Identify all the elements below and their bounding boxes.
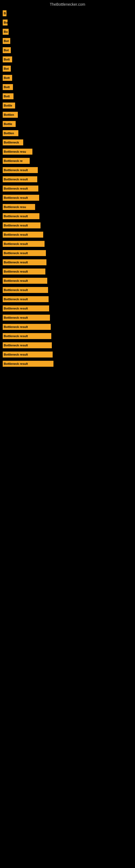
bar-row: B — [3, 10, 132, 16]
bar-row: Bottleneck result — [3, 250, 132, 256]
bar-row: Bottleneck result — [3, 305, 132, 311]
bar-item: Bottleneck resu — [3, 149, 32, 155]
bar-row: Bottleneck result — [3, 296, 132, 302]
bar-row: Bottleneck result — [3, 231, 132, 238]
bar-row: Bottleneck result — [3, 342, 132, 348]
bars-container: BBoBoBotBotBottBotBottBottBottBottleBott… — [0, 8, 135, 375]
bar-row: Bottleneck result — [3, 167, 132, 173]
bar-row: Bottleneck result — [3, 241, 132, 247]
bar-row: Bottle — [3, 102, 132, 108]
bar-row: Bot — [3, 47, 132, 53]
bar-row: Bottleneck result — [3, 315, 132, 321]
bar-item: Bottleneck result — [3, 167, 38, 173]
bar-row: Bottleneck — [3, 140, 132, 145]
bar-item: Bo — [3, 29, 9, 35]
bar-row: Bottleneck resu — [3, 149, 132, 155]
bar-item: Bott — [3, 56, 12, 62]
bar-item: Bottleneck result — [3, 361, 53, 367]
bar-item: Bot — [3, 66, 11, 72]
bar-item: Bottleneck result — [3, 176, 37, 182]
bar-row: Bottlen — [3, 130, 132, 136]
bar-row: Bo — [3, 29, 132, 35]
bar-row: Bo — [3, 20, 132, 26]
site-title: TheBottlenecker.com — [0, 0, 135, 8]
bar-item: Bottleneck result — [3, 222, 41, 228]
bar-item: Bott — [3, 93, 13, 99]
bar-row: Bottleneck result — [3, 222, 132, 228]
bar-item: Bottleneck result — [3, 269, 45, 275]
bar-item: Bottleneck result — [3, 278, 47, 284]
bar-item: Bottleneck result — [3, 250, 46, 256]
bar-item: Bottleneck result — [3, 296, 49, 302]
bar-row: Bot — [3, 66, 132, 72]
bar-item: Bottleneck result — [3, 324, 51, 330]
bar-item: Bottleneck result — [3, 195, 39, 201]
bar-row: Bottleneck resu — [3, 204, 132, 210]
bar-item: Bottleneck result — [3, 186, 38, 191]
bar-row: Bottleneck result — [3, 213, 132, 219]
bar-row: Bot — [3, 38, 132, 44]
bar-row: Bottleneck result — [3, 259, 132, 265]
bar-item: Bottleneck result — [3, 213, 39, 219]
bar-row: Bottle — [3, 121, 132, 127]
bar-row: Bottleneck result — [3, 287, 132, 293]
bar-row: Bottleneck result — [3, 186, 132, 191]
bar-row: Bott — [3, 75, 132, 81]
bar-item: Bottle — [3, 102, 15, 108]
bar-item: Bot — [3, 47, 11, 53]
bar-row: Bottleneck result — [3, 351, 132, 358]
bar-item: Bottleneck result — [3, 333, 51, 339]
bar-item: Bottlen — [3, 112, 18, 118]
bar-item: Bottleneck result — [3, 315, 50, 321]
bar-row: Bott — [3, 56, 132, 62]
bar-item: Bott — [3, 84, 13, 90]
bar-item: Bot — [3, 38, 10, 44]
bar-item: Bottleneck — [3, 140, 23, 145]
bar-item: B — [3, 10, 6, 16]
bar-item: Bottlen — [3, 130, 18, 136]
bar-item: Bottleneck resu — [3, 204, 35, 210]
bar-item: Bottle — [3, 121, 16, 127]
bar-item: Bottleneck result — [3, 342, 52, 348]
bar-row: Bott — [3, 84, 132, 90]
bar-item: Bott — [3, 75, 12, 81]
bar-item: Bottleneck result — [3, 241, 45, 247]
bar-item: Bottleneck result — [3, 287, 48, 293]
bar-item: Bo — [3, 20, 8, 26]
bar-row: Bottlen — [3, 112, 132, 118]
bar-row: Bott — [3, 93, 132, 99]
bar-row: Bottleneck re — [3, 158, 132, 164]
bar-item: Bottleneck result — [3, 259, 46, 265]
bar-item: Bottleneck result — [3, 351, 53, 358]
bar-row: Bottleneck result — [3, 176, 132, 182]
bar-row: Bottleneck result — [3, 361, 132, 367]
bar-item: Bottleneck result — [3, 305, 49, 311]
bar-item: Bottleneck re — [3, 158, 30, 164]
bar-row: Bottleneck result — [3, 278, 132, 284]
bar-row: Bottleneck result — [3, 333, 132, 339]
bar-item: Bottleneck result — [3, 231, 43, 238]
bar-row: Bottleneck result — [3, 195, 132, 201]
bar-row: Bottleneck result — [3, 269, 132, 275]
bar-row: Bottleneck result — [3, 324, 132, 330]
